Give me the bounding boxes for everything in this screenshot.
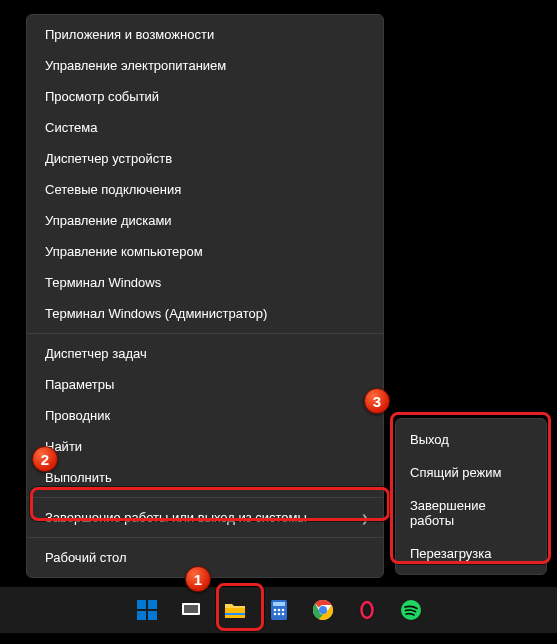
menu-task-manager[interactable]: Диспетчер задач bbox=[27, 338, 383, 369]
menu-system[interactable]: Система bbox=[27, 112, 383, 143]
winx-context-menu[interactable]: Приложения и возможности Управление элек… bbox=[26, 14, 384, 578]
chrome-icon bbox=[311, 598, 335, 622]
calculator-icon bbox=[267, 598, 291, 622]
submenu-restart[interactable]: Перезагрузка bbox=[396, 537, 546, 570]
menu-event-viewer[interactable]: Просмотр событий bbox=[27, 81, 383, 112]
svg-rect-1 bbox=[148, 600, 157, 609]
menu-disk-management[interactable]: Управление дисками bbox=[27, 205, 383, 236]
svg-point-11 bbox=[277, 609, 280, 612]
task-view-icon bbox=[179, 598, 203, 622]
menu-separator bbox=[27, 497, 383, 498]
spotify-icon bbox=[399, 598, 423, 622]
task-view-button[interactable] bbox=[172, 591, 210, 629]
menu-network-connections[interactable]: Сетевые подключения bbox=[27, 174, 383, 205]
menu-apps-features[interactable]: Приложения и возможности bbox=[27, 19, 383, 50]
submenu-shutdown[interactable]: Завершение работы bbox=[396, 489, 546, 537]
svg-rect-0 bbox=[137, 600, 146, 609]
taskbar bbox=[0, 587, 557, 633]
menu-terminal-admin[interactable]: Терминал Windows (Администратор) bbox=[27, 298, 383, 329]
chrome-button[interactable] bbox=[304, 591, 342, 629]
svg-rect-2 bbox=[137, 611, 146, 620]
menu-search[interactable]: Найти bbox=[27, 431, 383, 462]
menu-explorer[interactable]: Проводник bbox=[27, 400, 383, 431]
submenu-signout[interactable]: Выход bbox=[396, 423, 546, 456]
svg-point-17 bbox=[319, 606, 327, 614]
menu-settings[interactable]: Параметры bbox=[27, 369, 383, 400]
menu-power-options[interactable]: Управление электропитанием bbox=[27, 50, 383, 81]
spotify-button[interactable] bbox=[392, 591, 430, 629]
svg-point-15 bbox=[281, 613, 284, 616]
menu-run[interactable]: Выполнить bbox=[27, 462, 383, 493]
svg-rect-7 bbox=[225, 613, 245, 615]
folder-icon bbox=[223, 598, 247, 622]
menu-shutdown-label: Завершение работы или выход из системы bbox=[45, 510, 307, 525]
svg-point-14 bbox=[277, 613, 280, 616]
menu-separator bbox=[27, 537, 383, 538]
menu-computer-management[interactable]: Управление компьютером bbox=[27, 236, 383, 267]
svg-rect-9 bbox=[273, 602, 285, 606]
svg-point-13 bbox=[273, 613, 276, 616]
menu-separator bbox=[27, 333, 383, 334]
svg-point-10 bbox=[273, 609, 276, 612]
menu-terminal[interactable]: Терминал Windows bbox=[27, 267, 383, 298]
svg-point-12 bbox=[281, 609, 284, 612]
svg-rect-3 bbox=[148, 611, 157, 620]
opera-gx-button[interactable] bbox=[348, 591, 386, 629]
menu-device-manager[interactable]: Диспетчер устройств bbox=[27, 143, 383, 174]
start-button[interactable] bbox=[128, 591, 166, 629]
opera-gx-icon bbox=[355, 598, 379, 622]
menu-desktop[interactable]: Рабочий стол bbox=[27, 542, 383, 573]
windows-icon bbox=[135, 598, 159, 622]
chevron-right-icon: ❯ bbox=[361, 512, 369, 523]
submenu-sleep[interactable]: Спящий режим bbox=[396, 456, 546, 489]
menu-shutdown-signout[interactable]: Завершение работы или выход из системы ❯ bbox=[27, 502, 383, 533]
svg-rect-5 bbox=[184, 605, 198, 613]
shutdown-submenu[interactable]: Выход Спящий режим Завершение работы Пер… bbox=[395, 418, 547, 575]
calculator-button[interactable] bbox=[260, 591, 298, 629]
explorer-button[interactable] bbox=[216, 591, 254, 629]
